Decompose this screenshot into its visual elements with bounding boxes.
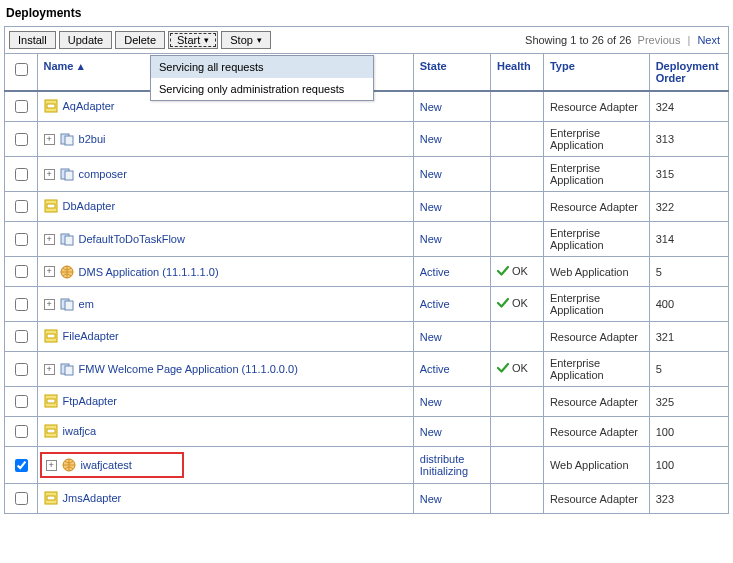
table-row: JmsAdapterNewResource Adapter323 (5, 484, 729, 514)
state-link[interactable]: Active (420, 266, 450, 278)
state-link[interactable]: New (420, 396, 442, 408)
state-link[interactable]: Active (420, 298, 450, 310)
deployment-name-link[interactable]: iwafjcatest (81, 459, 132, 471)
pager-previous[interactable]: Previous (638, 34, 681, 46)
table-row: DbAdapterNewResource Adapter322 (5, 192, 729, 222)
order-cell: 325 (649, 387, 728, 417)
delete-button[interactable]: Delete (115, 31, 165, 49)
select-all-checkbox[interactable] (15, 63, 28, 76)
state-link[interactable]: New (420, 101, 442, 113)
row-checkbox[interactable] (15, 233, 28, 246)
deployment-name-link[interactable]: FileAdapter (63, 330, 119, 342)
state-link[interactable]: New (420, 233, 442, 245)
state-link[interactable]: New (420, 426, 442, 438)
table-row: FileAdapterNewResource Adapter321 (5, 322, 729, 352)
health-cell (491, 387, 544, 417)
type-cell: Resource Adapter (543, 192, 649, 222)
app-icon (60, 362, 74, 376)
toolbar: Install Update Delete Start▾ Stop▾ Showi… (4, 26, 729, 53)
expand-icon[interactable]: + (44, 364, 55, 375)
install-button[interactable]: Install (9, 31, 56, 49)
page-title: Deployments (4, 4, 729, 26)
order-cell: 400 (649, 287, 728, 322)
stop-button[interactable]: Stop▾ (221, 31, 271, 49)
expand-icon[interactable]: + (44, 169, 55, 180)
expand-icon[interactable]: + (44, 299, 55, 310)
check-icon (497, 297, 509, 309)
type-cell: Enterprise Application (543, 222, 649, 257)
order-cell: 100 (649, 417, 728, 447)
pager-next[interactable]: Next (697, 34, 720, 46)
table-row: +b2buiNewEnterprise Application313 (5, 122, 729, 157)
start-button[interactable]: Start▾ (168, 31, 218, 49)
row-checkbox[interactable] (15, 395, 28, 408)
chevron-down-icon: ▾ (204, 35, 209, 45)
table-row: +iwafjcatestdistribute InitializingWeb A… (5, 447, 729, 484)
row-checkbox[interactable] (15, 492, 28, 505)
row-checkbox[interactable] (15, 459, 28, 472)
row-checkbox[interactable] (15, 298, 28, 311)
type-cell: Enterprise Application (543, 122, 649, 157)
connector-icon (44, 424, 58, 438)
state-link[interactable]: New (420, 201, 442, 213)
state-link[interactable]: New (420, 168, 442, 180)
app-icon (60, 132, 74, 146)
order-cell: 315 (649, 157, 728, 192)
row-checkbox[interactable] (15, 168, 28, 181)
app-icon (60, 297, 74, 311)
menu-servicing-all[interactable]: Servicing all requests (151, 56, 373, 78)
deployment-name-link[interactable]: b2bui (79, 133, 106, 145)
health-cell (491, 447, 544, 484)
type-cell: Enterprise Application (543, 157, 649, 192)
col-health[interactable]: Health (491, 54, 544, 92)
state-link[interactable]: Active (420, 363, 450, 375)
table-row: +DMS Application (11.1.1.1.0)ActiveOKWeb… (5, 257, 729, 287)
deployment-name-link[interactable]: iwafjca (63, 425, 97, 437)
state-link[interactable]: New (420, 493, 442, 505)
table-row: +emActiveOKEnterprise Application400 (5, 287, 729, 322)
type-cell: Resource Adapter (543, 91, 649, 122)
row-checkbox[interactable] (15, 425, 28, 438)
col-state[interactable]: State (413, 54, 490, 92)
connector-icon (44, 199, 58, 213)
health-cell: OK (491, 352, 544, 387)
deployment-name-link[interactable]: FtpAdapter (63, 395, 117, 407)
row-checkbox[interactable] (15, 330, 28, 343)
deployment-name-link[interactable]: DMS Application (11.1.1.1.0) (79, 266, 219, 278)
menu-servicing-admin[interactable]: Servicing only administration requests (151, 78, 373, 100)
row-checkbox[interactable] (15, 133, 28, 146)
col-type[interactable]: Type (543, 54, 649, 92)
check-icon (497, 265, 509, 277)
state-link[interactable]: distribute Initializing (420, 453, 468, 477)
order-cell: 314 (649, 222, 728, 257)
row-checkbox[interactable] (15, 200, 28, 213)
expand-icon[interactable]: + (44, 234, 55, 245)
order-cell: 313 (649, 122, 728, 157)
deployment-name-link[interactable]: DefaultToDoTaskFlow (79, 233, 185, 245)
expand-icon[interactable]: + (46, 460, 57, 471)
state-link[interactable]: New (420, 133, 442, 145)
deployment-name-link[interactable]: AqAdapter (63, 100, 115, 112)
connector-icon (44, 394, 58, 408)
expand-icon[interactable]: + (44, 266, 55, 277)
expand-icon[interactable]: + (44, 134, 55, 145)
row-checkbox[interactable] (15, 100, 28, 113)
update-button[interactable]: Update (59, 31, 112, 49)
row-checkbox[interactable] (15, 363, 28, 376)
type-cell: Enterprise Application (543, 287, 649, 322)
deployment-name-link[interactable]: JmsAdapter (63, 492, 122, 504)
col-checkbox (5, 54, 38, 92)
deployment-name-link[interactable]: FMW Welcome Page Application (11.1.0.0.0… (79, 363, 298, 375)
order-cell: 323 (649, 484, 728, 514)
type-cell: Web Application (543, 257, 649, 287)
health-cell (491, 157, 544, 192)
health-cell (491, 417, 544, 447)
order-cell: 5 (649, 257, 728, 287)
deployment-name-link[interactable]: em (79, 298, 94, 310)
deployment-name-link[interactable]: DbAdapter (63, 200, 116, 212)
order-cell: 321 (649, 322, 728, 352)
state-link[interactable]: New (420, 331, 442, 343)
col-order[interactable]: Deployment Order (649, 54, 728, 92)
deployment-name-link[interactable]: composer (79, 168, 127, 180)
row-checkbox[interactable] (15, 265, 28, 278)
